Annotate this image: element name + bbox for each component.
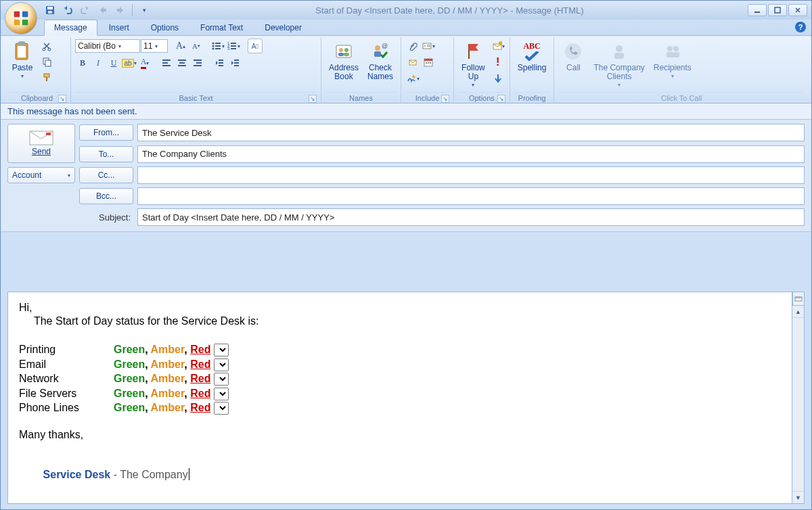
bold-button[interactable]: B — [75, 55, 90, 70]
svg-point-70 — [673, 46, 679, 51]
scroll-up-icon[interactable]: ▲ — [792, 306, 804, 318]
numbering-icon[interactable]: 123▾ — [226, 39, 241, 53]
clipboard-dialog-launcher[interactable]: ↘ — [58, 95, 66, 103]
message-window: ▾ Start of Day <Insert Date here, DD / M… — [0, 0, 812, 510]
bcc-field[interactable] — [137, 187, 805, 205]
tab-developer[interactable]: Developer — [254, 20, 312, 35]
svg-rect-49 — [338, 53, 344, 56]
signature-icon[interactable]: ▾ — [405, 71, 420, 86]
rag-row: File ServersGreen, Amber, Red — [19, 386, 781, 401]
attach-item-icon[interactable] — [405, 55, 420, 70]
paste-button[interactable]: Paste ▾ — [7, 39, 37, 82]
recipients-button[interactable]: Recipients ▾ — [650, 39, 695, 82]
font-color-button[interactable]: A▾ — [137, 55, 152, 70]
message-body[interactable]: Hi, The Start of Day status for the Serv… — [7, 292, 792, 504]
shrink-font-icon[interactable]: A▾ — [189, 39, 204, 53]
bcc-button[interactable]: Bcc... — [79, 188, 133, 204]
basic-text-dialog-launcher[interactable]: ↘ — [309, 95, 317, 103]
svg-rect-34 — [178, 60, 186, 61]
decrease-indent-icon[interactable] — [212, 55, 227, 70]
save-icon[interactable] — [43, 3, 58, 18]
subject-field[interactable]: Start of Day <Insert Date here, DD / MM … — [137, 208, 805, 226]
rag-row: Phone LinesGreen, Amber, Red — [19, 400, 781, 415]
align-center-icon[interactable] — [175, 55, 189, 70]
svg-rect-30 — [231, 48, 236, 49]
call-button[interactable]: Call — [558, 39, 588, 74]
quick-access-toolbar: ▾ — [43, 3, 152, 18]
to-field[interactable]: The Company Clients — [137, 145, 805, 163]
svg-rect-28 — [231, 45, 236, 47]
align-right-icon[interactable] — [190, 55, 205, 70]
spelling-label: Spelling — [518, 64, 547, 72]
next-item-icon[interactable] — [113, 3, 128, 18]
align-left-icon[interactable] — [159, 55, 174, 70]
svg-rect-2 — [22, 11, 28, 17]
low-importance-icon[interactable] — [491, 71, 505, 86]
company-label: The Company Clients — [593, 64, 644, 81]
italic-button[interactable]: I — [91, 55, 106, 70]
redo-icon[interactable] — [78, 3, 93, 18]
svg-rect-57 — [427, 46, 430, 47]
cc-field[interactable] — [137, 166, 805, 184]
rag-label: Printing — [19, 342, 114, 357]
undo-icon[interactable] — [60, 3, 75, 18]
bullets-icon[interactable]: ▾ — [210, 39, 225, 53]
tab-message[interactable]: Message — [44, 20, 97, 36]
business-card-icon[interactable]: ▾ — [421, 39, 436, 53]
prev-item-icon[interactable] — [95, 3, 110, 18]
svg-point-51 — [375, 45, 380, 51]
options-dialog-launcher[interactable]: ↘ — [497, 95, 505, 103]
address-book-button[interactable]: Address Book — [325, 39, 362, 83]
font-family-combo[interactable]: Calibri (Bo▾ — [75, 39, 140, 53]
high-importance-icon[interactable]: ! — [491, 55, 505, 70]
vertical-scrollbar[interactable]: ▲ ▼ — [792, 292, 805, 504]
svg-rect-62 — [428, 62, 429, 64]
calendar-icon[interactable] — [421, 55, 436, 70]
underline-button[interactable]: U — [106, 55, 121, 70]
increase-indent-icon[interactable] — [227, 55, 242, 70]
group-label-basic-text: Basic Text ↘ — [75, 92, 317, 103]
attach-file-icon[interactable] — [405, 39, 420, 53]
grow-font-icon[interactable]: A▴ — [173, 39, 188, 53]
permission-icon[interactable]: ▾ — [491, 39, 505, 53]
tab-format-text[interactable]: Format Text — [190, 20, 253, 35]
send-button[interactable]: Send — [7, 124, 75, 163]
ruler-toggle-icon[interactable] — [792, 292, 805, 306]
message-header: Send From... The Service Desk To... The … — [1, 120, 811, 232]
svg-text:@: @ — [382, 43, 388, 49]
from-field[interactable]: The Service Desk — [137, 124, 805, 141]
svg-point-47 — [339, 48, 343, 52]
office-button[interactable] — [5, 2, 37, 34]
copy-icon[interactable] — [39, 54, 54, 69]
svg-rect-40 — [219, 60, 223, 61]
spelling-button[interactable]: ABC Spelling — [514, 39, 550, 74]
qat-customize-icon[interactable]: ▾ — [137, 3, 152, 18]
svg-rect-18 — [46, 77, 47, 81]
cc-button[interactable]: Cc... — [79, 167, 133, 183]
group-include: ▾ ▾ Include ↘ — [401, 37, 454, 103]
svg-rect-39 — [194, 65, 202, 66]
company-clients-button[interactable]: The Company Clients ▾ — [590, 39, 648, 91]
account-button[interactable]: Account▾ — [7, 167, 75, 183]
clear-formatting-icon[interactable]: A⃠ — [248, 39, 263, 53]
group-label-names: Names — [325, 92, 397, 103]
tab-options[interactable]: Options — [141, 20, 189, 35]
tab-insert[interactable]: Insert — [99, 20, 139, 35]
include-dialog-launcher[interactable]: ↘ — [441, 95, 449, 103]
highlight-button[interactable]: ab▾ — [122, 55, 137, 70]
check-names-button[interactable]: @ Check Names — [364, 39, 397, 83]
cut-icon[interactable] — [39, 39, 54, 53]
follow-up-button[interactable]: Follow Up ▾ — [458, 39, 489, 91]
svg-rect-20 — [215, 43, 221, 44]
scroll-down-icon[interactable]: ▼ — [792, 491, 804, 503]
help-icon[interactable]: ? — [795, 22, 806, 32]
maximize-button[interactable] — [768, 4, 787, 16]
font-size-combo[interactable]: 11▾ — [141, 39, 168, 53]
minimize-button[interactable] — [748, 4, 767, 16]
from-button[interactable]: From... — [79, 124, 133, 141]
check-names-label: Check Names — [367, 64, 393, 81]
to-button[interactable]: To... — [79, 146, 133, 162]
format-painter-icon[interactable] — [39, 70, 54, 85]
close-button[interactable] — [788, 4, 807, 16]
window-controls — [748, 4, 807, 16]
